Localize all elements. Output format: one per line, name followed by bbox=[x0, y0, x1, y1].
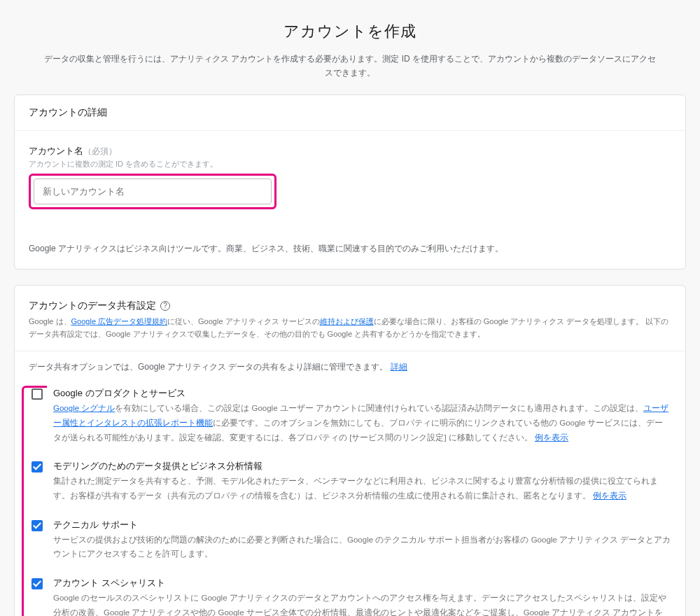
ads-data-terms-link[interactable]: Google 広告データ処理規約 bbox=[71, 317, 168, 326]
share-option-google-products: Google のプロダクトとサービス Google シグナルを有効にしている場合… bbox=[29, 387, 671, 444]
share-option-modeling-title: モデリングのためのデータ提供とビジネス分析情報 bbox=[53, 460, 671, 472]
share-option-tech-support-title: テクニカル サポート bbox=[53, 519, 671, 531]
page-title: アカウントを作成 bbox=[42, 21, 658, 42]
share-option-tech-support-checkbox[interactable] bbox=[31, 520, 43, 531]
account-name-label: アカウント名（必須） bbox=[29, 145, 671, 158]
data-sharing-title: アカウントのデータ共有設定 bbox=[29, 300, 156, 312]
share-option-account-specialist: アカウント スペシャリスト Google のセールスのスペシャリストに Goog… bbox=[29, 577, 671, 616]
account-details-header: アカウントの詳細 bbox=[15, 95, 685, 131]
account-name-help: アカウントに複数の測定 ID を含めることができます。 bbox=[29, 159, 671, 169]
page-subtitle: データの収集と管理を行うには、アナリティクス アカウントを作成する必要があります… bbox=[42, 52, 658, 80]
example-link-1[interactable]: 例を表示 bbox=[535, 433, 568, 442]
google-signals-link[interactable]: Google シグナル bbox=[53, 404, 115, 412]
account-name-highlight bbox=[29, 174, 276, 209]
share-option-google-products-title: Google のプロダクトとサービス bbox=[53, 387, 671, 400]
data-sharing-intro: Google は、Google 広告データ処理規約に従い、Google アナリテ… bbox=[29, 315, 671, 341]
share-option-account-specialist-checkbox[interactable] bbox=[31, 578, 43, 589]
share-option-account-specialist-title: アカウント スペシャリスト bbox=[53, 577, 671, 589]
share-option-modeling: モデリングのためのデータ提供とビジネス分析情報 集計された測定データを共有すると… bbox=[29, 460, 671, 503]
example-link-2[interactable]: 例を表示 bbox=[593, 491, 626, 500]
help-icon[interactable]: ? bbox=[160, 301, 170, 311]
account-details-card: アカウントの詳細 アカウント名（必須） アカウントに複数の測定 ID を含めるこ… bbox=[14, 94, 686, 270]
business-use-note: Google アナリティクスはビジネス向けツールです。商業、ビジネス、技術、職業… bbox=[15, 243, 685, 269]
share-option-tech-support: テクニカル サポート サービスの提供および技術的な問題の解決のために必要と判断さ… bbox=[29, 519, 671, 561]
maintain-protect-link[interactable]: 維持および保護 bbox=[320, 317, 374, 326]
sharing-options-note: データ共有オプションでは、Google アナリティクス データの共有をより詳細に… bbox=[29, 361, 671, 373]
share-option-google-products-checkbox[interactable] bbox=[31, 388, 43, 400]
share-option-modeling-checkbox[interactable] bbox=[31, 461, 43, 472]
data-sharing-card: アカウントのデータ共有設定 ? Google は、Google 広告データ処理規… bbox=[14, 285, 686, 616]
sharing-details-link[interactable]: 詳細 bbox=[391, 362, 407, 372]
account-name-input[interactable] bbox=[34, 178, 272, 204]
